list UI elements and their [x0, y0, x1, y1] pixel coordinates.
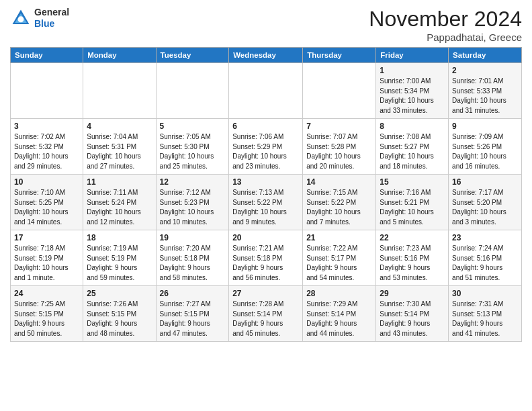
- title-block: November 2024 Pappadhatai, Greece: [369, 7, 522, 43]
- day-number: 21: [306, 233, 372, 242]
- day-number: 17: [14, 233, 79, 242]
- col-header-friday: Friday: [376, 48, 449, 63]
- day-info: Sunrise: 7:06 AM Sunset: 5:29 PM Dayligh…: [232, 132, 299, 171]
- calendar-cell: 28Sunrise: 7:29 AM Sunset: 5:14 PM Dayli…: [303, 286, 376, 342]
- day-number: 29: [380, 289, 445, 298]
- day-number: 15: [380, 177, 445, 187]
- day-info: Sunrise: 7:07 AM Sunset: 5:28 PM Dayligh…: [306, 132, 372, 171]
- calendar-cell: 23Sunrise: 7:24 AM Sunset: 5:16 PM Dayli…: [449, 230, 522, 286]
- day-number: 7: [306, 122, 372, 131]
- calendar-cell: 7Sunrise: 7:07 AM Sunset: 5:28 PM Daylig…: [303, 119, 376, 175]
- day-info: Sunrise: 7:24 AM Sunset: 5:16 PM Dayligh…: [452, 244, 518, 283]
- day-info: Sunrise: 7:13 AM Sunset: 5:22 PM Dayligh…: [232, 188, 299, 227]
- day-info: Sunrise: 7:01 AM Sunset: 5:33 PM Dayligh…: [452, 77, 518, 116]
- day-info: Sunrise: 7:30 AM Sunset: 5:14 PM Dayligh…: [380, 300, 445, 338]
- calendar-cell: [11, 63, 83, 119]
- day-number: 3: [14, 122, 79, 131]
- header: General Blue November 2024 Pappadhatai, …: [10, 7, 522, 43]
- calendar-cell: 30Sunrise: 7:31 AM Sunset: 5:13 PM Dayli…: [449, 286, 522, 342]
- calendar-cell: [229, 63, 303, 119]
- month-title: November 2024: [369, 7, 522, 32]
- calendar-cell: [303, 63, 376, 119]
- day-number: 13: [232, 177, 299, 187]
- calendar-cell: 27Sunrise: 7:28 AM Sunset: 5:14 PM Dayli…: [229, 286, 303, 342]
- day-number: 2: [452, 66, 518, 75]
- day-info: Sunrise: 7:18 AM Sunset: 5:19 PM Dayligh…: [14, 244, 79, 283]
- day-number: 16: [452, 177, 518, 187]
- page: General Blue November 2024 Pappadhatai, …: [0, 0, 532, 411]
- day-info: Sunrise: 7:20 AM Sunset: 5:18 PM Dayligh…: [160, 244, 226, 283]
- day-number: 6: [232, 122, 299, 131]
- location: Pappadhatai, Greece: [369, 32, 522, 43]
- day-number: 8: [380, 122, 445, 131]
- week-row-1: 1Sunrise: 7:00 AM Sunset: 5:34 PM Daylig…: [11, 63, 522, 119]
- logo-icon: [10, 7, 32, 29]
- day-info: Sunrise: 7:04 AM Sunset: 5:31 PM Dayligh…: [87, 132, 152, 171]
- day-number: 23: [452, 233, 518, 242]
- day-info: Sunrise: 7:10 AM Sunset: 5:25 PM Dayligh…: [14, 188, 79, 227]
- day-info: Sunrise: 7:02 AM Sunset: 5:32 PM Dayligh…: [14, 132, 79, 171]
- col-header-tuesday: Tuesday: [156, 48, 229, 63]
- calendar-cell: 9Sunrise: 7:09 AM Sunset: 5:26 PM Daylig…: [449, 119, 522, 175]
- svg-point-2: [18, 16, 24, 22]
- col-header-saturday: Saturday: [449, 48, 522, 63]
- calendar-cell: 4Sunrise: 7:04 AM Sunset: 5:31 PM Daylig…: [83, 119, 156, 175]
- day-number: 12: [160, 177, 226, 187]
- col-header-sunday: Sunday: [11, 48, 83, 63]
- calendar-cell: 20Sunrise: 7:21 AM Sunset: 5:18 PM Dayli…: [229, 230, 303, 286]
- day-info: Sunrise: 7:12 AM Sunset: 5:23 PM Dayligh…: [160, 188, 226, 227]
- calendar-cell: 29Sunrise: 7:30 AM Sunset: 5:14 PM Dayli…: [376, 286, 449, 342]
- calendar-cell: 22Sunrise: 7:23 AM Sunset: 5:16 PM Dayli…: [376, 230, 449, 286]
- calendar-cell: 3Sunrise: 7:02 AM Sunset: 5:32 PM Daylig…: [11, 119, 83, 175]
- col-header-thursday: Thursday: [303, 48, 376, 63]
- calendar-cell: 15Sunrise: 7:16 AM Sunset: 5:21 PM Dayli…: [376, 175, 449, 230]
- calendar-cell: 25Sunrise: 7:26 AM Sunset: 5:15 PM Dayli…: [83, 286, 156, 342]
- week-row-2: 3Sunrise: 7:02 AM Sunset: 5:32 PM Daylig…: [11, 119, 522, 175]
- calendar-cell: 6Sunrise: 7:06 AM Sunset: 5:29 PM Daylig…: [229, 119, 303, 175]
- col-header-monday: Monday: [83, 48, 156, 63]
- day-number: 25: [87, 289, 152, 298]
- day-info: Sunrise: 7:25 AM Sunset: 5:15 PM Dayligh…: [14, 300, 79, 338]
- day-number: 27: [232, 289, 299, 298]
- day-number: 26: [160, 289, 226, 298]
- calendar-cell: 11Sunrise: 7:11 AM Sunset: 5:24 PM Dayli…: [83, 175, 156, 230]
- day-number: 19: [160, 233, 226, 242]
- calendar-cell: 14Sunrise: 7:15 AM Sunset: 5:22 PM Dayli…: [303, 175, 376, 230]
- day-info: Sunrise: 7:05 AM Sunset: 5:30 PM Dayligh…: [160, 132, 226, 171]
- day-info: Sunrise: 7:29 AM Sunset: 5:14 PM Dayligh…: [306, 300, 372, 338]
- day-number: 22: [380, 233, 445, 242]
- day-number: 1: [380, 66, 445, 75]
- logo: General Blue: [10, 7, 69, 30]
- calendar: SundayMondayTuesdayWednesdayThursdayFrid…: [10, 47, 522, 342]
- day-info: Sunrise: 7:27 AM Sunset: 5:15 PM Dayligh…: [160, 300, 226, 338]
- day-number: 9: [452, 122, 518, 131]
- day-number: 14: [306, 177, 372, 187]
- day-number: 18: [87, 233, 152, 242]
- day-number: 11: [87, 177, 152, 187]
- day-info: Sunrise: 7:16 AM Sunset: 5:21 PM Dayligh…: [380, 188, 445, 227]
- calendar-cell: 19Sunrise: 7:20 AM Sunset: 5:18 PM Dayli…: [156, 230, 229, 286]
- day-number: 30: [452, 289, 518, 298]
- calendar-cell: 1Sunrise: 7:00 AM Sunset: 5:34 PM Daylig…: [376, 63, 449, 119]
- day-info: Sunrise: 7:22 AM Sunset: 5:17 PM Dayligh…: [306, 244, 372, 283]
- day-info: Sunrise: 7:17 AM Sunset: 5:20 PM Dayligh…: [452, 188, 518, 227]
- calendar-cell: 24Sunrise: 7:25 AM Sunset: 5:15 PM Dayli…: [11, 286, 83, 342]
- calendar-cell: 12Sunrise: 7:12 AM Sunset: 5:23 PM Dayli…: [156, 175, 229, 230]
- calendar-cell: 16Sunrise: 7:17 AM Sunset: 5:20 PM Dayli…: [449, 175, 522, 230]
- day-number: 10: [14, 177, 79, 187]
- day-info: Sunrise: 7:21 AM Sunset: 5:18 PM Dayligh…: [232, 244, 299, 283]
- calendar-cell: [156, 63, 229, 119]
- calendar-cell: 17Sunrise: 7:18 AM Sunset: 5:19 PM Dayli…: [11, 230, 83, 286]
- day-info: Sunrise: 7:26 AM Sunset: 5:15 PM Dayligh…: [87, 300, 152, 338]
- calendar-header-row: SundayMondayTuesdayWednesdayThursdayFrid…: [11, 48, 522, 63]
- day-info: Sunrise: 7:19 AM Sunset: 5:19 PM Dayligh…: [87, 244, 152, 283]
- day-info: Sunrise: 7:23 AM Sunset: 5:16 PM Dayligh…: [380, 244, 445, 283]
- day-number: 20: [232, 233, 299, 242]
- week-row-3: 10Sunrise: 7:10 AM Sunset: 5:25 PM Dayli…: [11, 175, 522, 230]
- day-number: 28: [306, 289, 372, 298]
- logo-blue: Blue: [34, 18, 69, 30]
- calendar-cell: 10Sunrise: 7:10 AM Sunset: 5:25 PM Dayli…: [11, 175, 83, 230]
- week-row-5: 24Sunrise: 7:25 AM Sunset: 5:15 PM Dayli…: [11, 286, 522, 342]
- day-info: Sunrise: 7:28 AM Sunset: 5:14 PM Dayligh…: [232, 300, 299, 338]
- day-info: Sunrise: 7:09 AM Sunset: 5:26 PM Dayligh…: [452, 132, 518, 171]
